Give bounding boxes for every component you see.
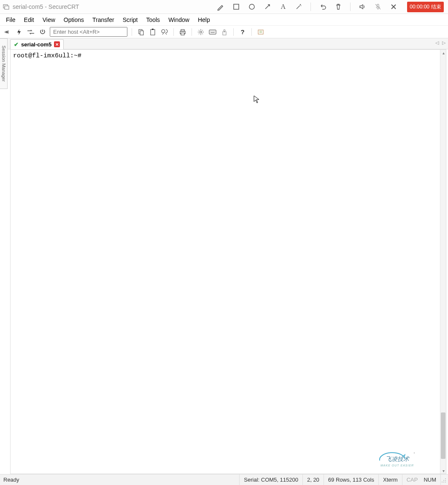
arrow-icon[interactable] — [263, 2, 272, 11]
close-icon[interactable] — [389, 2, 398, 11]
circle-icon[interactable] — [247, 2, 256, 11]
menu-view[interactable]: View — [38, 15, 59, 25]
reconnect-icon[interactable] — [26, 27, 35, 37]
trash-icon[interactable] — [334, 2, 343, 11]
svg-point-3 — [249, 4, 254, 9]
menu-edit[interactable]: Edit — [20, 15, 38, 25]
recording-overlay-toolbar: A 00:00:00 结束 — [213, 2, 446, 12]
pencil-icon[interactable] — [216, 2, 225, 11]
menubar: File Edit View Options Transfer Script T… — [0, 14, 448, 26]
svg-point-12 — [200, 31, 202, 33]
status-connection: Serial: COM5, 115200 — [239, 474, 302, 485]
scroll-up-icon[interactable]: ▴ — [440, 50, 446, 56]
tab-serial-com5[interactable]: ✔ serial-com5 ✕ — [10, 39, 64, 49]
terminal[interactable]: root@fl-imx6ull:~# — [11, 50, 440, 474]
status-cursor-pos: 2, 20 — [302, 474, 324, 485]
menu-window[interactable]: Window — [164, 15, 194, 25]
svg-rect-6 — [140, 31, 143, 35]
svg-rect-1 — [5, 6, 9, 9]
svg-rect-7 — [151, 30, 155, 35]
status-term-type: Xterm — [378, 474, 402, 485]
record-stop-button[interactable]: 00:00:00 结束 — [407, 2, 444, 12]
record-stop-label: 结束 — [431, 3, 441, 11]
resize-grip-icon[interactable] — [440, 474, 448, 485]
text-icon[interactable]: A — [278, 2, 288, 11]
svg-rect-11 — [181, 33, 184, 35]
menu-script[interactable]: Script — [119, 15, 142, 25]
wand-icon[interactable] — [294, 2, 303, 11]
paste-icon[interactable] — [148, 27, 157, 37]
quick-connect-icon[interactable] — [14, 27, 24, 37]
svg-rect-8 — [152, 29, 154, 30]
svg-rect-9 — [181, 30, 184, 31]
print-icon[interactable] — [178, 27, 187, 37]
help-icon[interactable]: ? — [238, 27, 247, 37]
status-cap: CAP — [402, 474, 422, 485]
scrollbar-thumb[interactable] — [441, 412, 445, 459]
disconnect-icon[interactable] — [38, 27, 47, 37]
scroll-down-icon[interactable]: ▾ — [440, 468, 446, 474]
status-ready: Ready — [0, 477, 19, 483]
keyboard-icon[interactable] — [208, 27, 217, 37]
host-input[interactable] — [50, 27, 127, 37]
tab-scroll-right-icon[interactable]: ▷ — [442, 40, 445, 46]
find-icon[interactable] — [160, 27, 169, 37]
tab-strip: ✔ serial-com5 ✕ ◁ ▷ — [0, 38, 448, 49]
connected-check-icon: ✔ — [14, 41, 19, 48]
settings-icon[interactable] — [196, 27, 205, 37]
menu-transfer[interactable]: Transfer — [88, 15, 119, 25]
menu-help[interactable]: Help — [194, 15, 214, 25]
svg-rect-13 — [209, 30, 216, 34]
menu-file[interactable]: File — [3, 15, 20, 25]
lang-icon[interactable] — [256, 27, 265, 37]
terminal-pane: root@fl-imx6ull:~# ▴ ▾ — [10, 49, 446, 474]
square-icon[interactable] — [232, 2, 241, 11]
tab-scroll-left-icon[interactable]: ◁ — [435, 40, 439, 46]
tab-close-icon[interactable]: ✕ — [54, 41, 60, 47]
tab-label: serial-com5 — [21, 41, 51, 48]
window-title: serial-com5 - SecureCRT — [13, 3, 79, 10]
status-bar: Ready Serial: COM5, 115200 2, 20 69 Rows… — [0, 474, 448, 485]
keymap-icon[interactable] — [220, 27, 229, 37]
app-icon — [3, 3, 10, 11]
session-manager-toggle[interactable]: Session Manager — [0, 38, 8, 89]
toolbar: ? — [0, 26, 448, 38]
svg-rect-2 — [234, 4, 239, 9]
status-size: 69 Rows, 113 Cols — [324, 474, 378, 485]
speaker-icon[interactable] — [358, 2, 367, 11]
vertical-scrollbar[interactable]: ▴ ▾ — [440, 50, 446, 474]
status-num: NUM — [422, 474, 440, 485]
mic-mute-icon[interactable] — [373, 2, 383, 11]
svg-point-15 — [224, 30, 225, 31]
terminal-prompt: root@fl-imx6ull:~# — [13, 52, 81, 59]
undo-icon[interactable] — [318, 2, 327, 11]
connect-icon[interactable] — [3, 27, 12, 37]
record-timer: 00:00:00 — [410, 4, 429, 10]
menu-options[interactable]: Options — [59, 15, 88, 25]
svg-rect-16 — [258, 30, 263, 34]
menu-tools[interactable]: Tools — [142, 15, 164, 25]
copy-icon[interactable] — [136, 27, 146, 37]
